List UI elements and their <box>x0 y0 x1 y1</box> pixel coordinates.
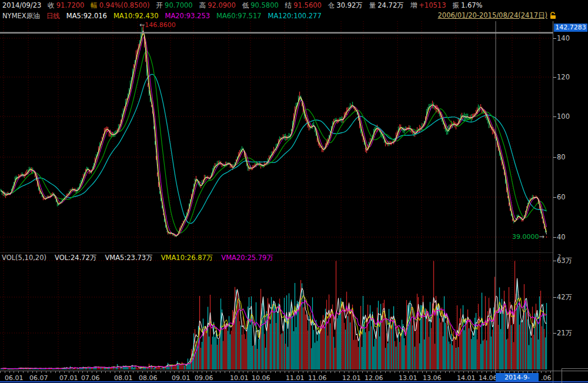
left-arrow-icon: ← <box>139 21 145 29</box>
unlock-icon[interactable] <box>550 12 556 19</box>
date-range-control[interactable]: 2006/01/20-2015/08/24(2417日) <box>438 11 556 20</box>
volume-header-row: VOL(5,10,20) VOL:24.72万VMA5:23.73万VMA10:… <box>2 254 282 262</box>
quote-field-6: 仓30.92万 <box>328 1 363 10</box>
quote-fields: 收91.7200幅0.94%(0.8500)开90.7000高92.0900低9… <box>48 1 489 10</box>
quote-field-8: 增+10513 <box>410 1 446 10</box>
quote-field-9: 振1.67% <box>452 1 482 10</box>
right-axis-column: 14012010080604063万42万21万 <box>553 21 588 383</box>
volume-tick-21万: 21万 <box>557 329 572 338</box>
date-range-label[interactable]: 2006/01/20-2015/08/24(2417日) <box>438 11 547 20</box>
price-tick-80: 80 <box>557 153 566 161</box>
help-icon[interactable]: ? <box>557 253 561 261</box>
price-tick-120: 120 <box>557 73 570 81</box>
volume-field-1: VMA5:23.73万 <box>105 254 152 262</box>
price-tick-140: 140 <box>557 34 570 42</box>
selected-date-badge: 2014-9-23(二) <box>496 373 539 382</box>
quote-header-row: 2014/09/23 收91.7200幅0.94%(0.8500)开90.700… <box>0 0 588 11</box>
quote-field-3: 高92.0900 <box>199 1 236 10</box>
quote-date: 2014/09/23 <box>2 1 41 9</box>
high-price-annotation: ← 146.8600 <box>139 21 176 29</box>
quote-field-7: 量24.72万 <box>369 1 404 10</box>
ma-legend-item-4: MA120:100.277 <box>268 12 322 20</box>
price-tick-40: 40 <box>557 233 566 241</box>
price-tick-60: 60 <box>557 193 566 201</box>
ref-price-axis-badge: 142.7283 <box>554 24 587 32</box>
ma-legend: MA5:92.016MA10:92.430MA20:93.253MA60:97.… <box>66 12 328 20</box>
ma-legend-item-3: MA60:97.517 <box>216 12 262 20</box>
ma-legend-item-0: MA5:92.016 <box>66 12 107 20</box>
volume-fields: VOL:24.72万VMA5:23.73万VMA10:26.87万VMA20:2… <box>55 254 282 262</box>
right-arrow-icon: → <box>539 233 544 241</box>
volume-field-3: VMA20:25.79万 <box>221 254 273 262</box>
high-price-value: 146.8600 <box>145 21 176 29</box>
ma-legend-item-2: MA20:93.253 <box>165 12 210 20</box>
price-tick-100: 100 <box>557 112 570 121</box>
volume-indicator-title: VOL(5,10,20) <box>2 254 46 262</box>
quote-field-1: 幅0.94%(0.8500) <box>91 1 149 10</box>
period-label[interactable]: 日线 <box>46 12 60 21</box>
ma-legend-item-1: MA10:92.430 <box>113 12 159 20</box>
bottom-accent-bar <box>0 381 588 382</box>
volume-tick-42万: 42万 <box>557 293 572 302</box>
chart-app-window: 2014/09/23 收91.7200幅0.94%(0.8500)开90.700… <box>0 0 588 383</box>
volume-field-2: VMA10:26.87万 <box>161 254 213 262</box>
quote-field-2: 开90.7000 <box>156 1 193 10</box>
axis-corner-box <box>562 368 588 383</box>
quote-field-5: 结91.5600 <box>285 1 322 10</box>
quote-field-0: 收91.7200 <box>48 1 84 10</box>
volume-field-0: VOL:24.72万 <box>55 254 96 262</box>
low-price-annotation: 39.0000 → <box>512 233 544 241</box>
low-price-value: 39.0000 <box>512 233 539 241</box>
symbol-name: NYMEX原油 <box>2 12 40 21</box>
quote-field-4: 低90.5800 <box>242 1 279 10</box>
chart-plot-area[interactable] <box>0 21 553 371</box>
